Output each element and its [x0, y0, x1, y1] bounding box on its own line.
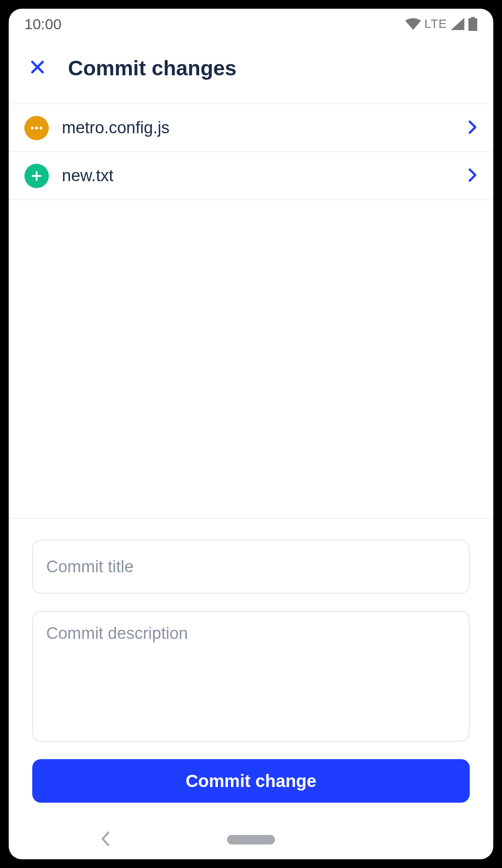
modified-icon [24, 116, 49, 140]
status-time: 10:00 [24, 16, 61, 33]
close-icon [30, 59, 45, 77]
commit-button[interactable]: Commit change [32, 759, 470, 803]
svg-point-2 [31, 126, 34, 129]
file-list: metro.config.js new.txt [9, 104, 493, 200]
nav-home-pill[interactable] [227, 835, 275, 844]
status-bar: 10:00 LTE [9, 9, 493, 39]
page-title: Commit changes [68, 56, 237, 80]
file-row[interactable]: metro.config.js [9, 104, 493, 152]
system-nav-bar [9, 820, 493, 859]
wifi-icon [405, 18, 421, 30]
header: Commit changes [9, 39, 493, 104]
svg-point-4 [40, 126, 42, 129]
chevron-right-icon [468, 168, 478, 184]
spacer [9, 200, 493, 518]
chevron-left-icon [100, 841, 111, 848]
chevron-right-icon [468, 120, 478, 136]
file-name: metro.config.js [62, 118, 455, 137]
cell-signal-icon [451, 18, 465, 30]
commit-form: Commit change [9, 518, 493, 820]
nav-back-button[interactable] [100, 831, 111, 849]
added-icon [24, 164, 49, 188]
close-button[interactable] [24, 55, 51, 81]
commit-description-input[interactable] [32, 611, 470, 742]
battery-icon [468, 17, 478, 31]
file-name: new.txt [62, 166, 455, 185]
file-row[interactable]: new.txt [9, 152, 493, 200]
status-icons: LTE [405, 17, 478, 31]
network-label: LTE [424, 17, 447, 31]
device-frame: 10:00 LTE Commit changes [9, 9, 493, 859]
svg-point-3 [35, 126, 38, 129]
commit-title-input[interactable] [32, 540, 470, 594]
